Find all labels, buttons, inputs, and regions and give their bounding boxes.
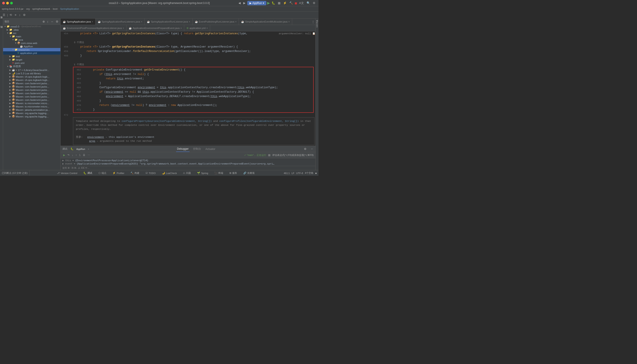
minimize-button[interactable] [6,2,9,4]
tree-item-package[interactable]: ▼ 📦 com.ossa.web [3,41,60,45]
tab-runlisteners[interactable]: ☕ SpringApplicationRunListeners.java × [96,18,145,25]
tree-item-java[interactable]: ▼ 📁 java [3,38,60,41]
statusbar-build[interactable]: 🔨 构建 [129,172,141,175]
statusbar-spring[interactable]: 🌱 Spring [196,172,210,174]
sidebar-btn1[interactable]: ⊕ [42,20,46,23]
stop-button[interactable]: ◼ [294,1,297,5]
breadcrumb-item-boot[interactable]: boot [53,8,58,10]
coverage-button[interactable]: ▦ [277,1,281,5]
toolbar-btn3[interactable]: ↕ [18,13,22,17]
tree-item-maven2[interactable]: ▶ 📦 Maven: ch.qos.logback:logb... [3,78,60,82]
close-button[interactable] [2,2,5,4]
tab5-close[interactable]: × [288,20,290,23]
toolbar-btn1[interactable]: ⟲ [9,13,13,17]
maximize-button[interactable] [10,2,13,4]
toolbar-btn4[interactable]: ⚙ [22,13,26,17]
debug-run-btn[interactable]: ▶ [62,153,66,157]
debug-eval-btn[interactable]: ☰ [82,153,86,157]
profile-button[interactable]: ⚡ [282,1,288,5]
breadcrumb-item-springframework[interactable]: springframework [32,8,50,10]
build-button[interactable]: 🔨 [288,1,294,5]
tab-eventpublishing[interactable]: ☕ EventPublishingRunListener.java × [193,18,239,25]
tree-item-maven10[interactable]: ▶ 📦 Maven: io.micrometer:micro... [3,105,60,108]
statusbar-luacheck[interactable]: 🌙 LuaCheck [160,172,178,174]
statusbar-terminal[interactable]: ⬛ 终端 [213,172,224,175]
tab8-close[interactable]: × [206,27,208,30]
maven-label[interactable]: Maven [316,18,318,29]
debug-step-out-btn[interactable]: ↑ [75,153,78,157]
tree-item-resources[interactable]: ▼ 📁 resources [3,48,60,51]
debug-more-btn[interactable]: ⋯ [87,153,91,157]
tree-item-extlibs[interactable]: ▼ 📚 外部库 [3,64,60,68]
debug-step-in-btn[interactable]: ↓ [71,153,74,157]
debug-row-this[interactable]: ▶ this = {EnvironmentPostProcessorApplic… [62,159,314,162]
debug-filter-btn[interactable]: ⊞ [267,153,272,157]
bookmarks-label[interactable]: 书签 [0,18,3,22]
statusbar-problems[interactable]: ⚠ 问题 [182,172,192,175]
tree-item-maven3[interactable]: ▶ 📦 Maven: com.fasterxml.jacks... [3,82,60,85]
tree-item-maven4[interactable]: ▶ 📦 Maven: com.fasterxml.jacks... [3,85,60,88]
tree-item-jdk[interactable]: ▶ ☕ < 17 > /Library/Java/JavaVir... [3,68,60,72]
tree-item-maven13[interactable]: ▶ 📦 Maven: org.apache.logging... [3,115,60,118]
settings-button[interactable]: ⚙ [312,1,316,5]
tree-item-maven5[interactable]: ▶ 📦 Maven: com.fasterxml.jacks... [3,88,60,92]
tab4-close[interactable]: × [235,20,236,23]
toolbar-btn2[interactable]: ≡ [14,13,17,17]
tab1-close[interactable]: × [92,20,93,23]
statusbar-endpoints[interactable]: ⬡ 端点 [97,172,108,175]
sidebar-btn3[interactable]: ↔ [50,20,54,23]
statusbar-debug[interactable]: 🐛 调试 [82,172,94,175]
run-button[interactable]: ▶ [267,1,270,5]
breadcrumb-item-org[interactable]: org [26,8,30,10]
statusbar-todo[interactable]: ☑ TODO [144,172,157,174]
tab2-close[interactable]: × [141,20,142,23]
debug-session-close[interactable]: × [88,148,89,150]
tab-envpostprocessor[interactable]: ☕ EnvironmentPostProcessorApplicationLis… [60,25,126,31]
tab3-close[interactable]: × [189,20,190,23]
tree-item-maven9[interactable]: ▶ 📦 Maven: io.micrometer:micro... [3,102,60,105]
tree-item-src[interactable]: ▼ 📁 src [3,32,60,35]
tree-item-target[interactable]: ▶ 📁 target [3,58,60,61]
tree-root[interactable]: ▼ 📁 ossa3.0 ~/java/java/seckill-rec [3,25,60,28]
back-button[interactable]: ◀ [238,1,242,5]
tree-item-idea[interactable]: ▶ 📁 .idea [3,28,60,32]
debug-run-to-cursor-btn[interactable]: ⤵ [78,153,82,157]
tree-item-pom[interactable]: ⚙ pom.xml [3,61,60,64]
forward-button[interactable]: ▶ [242,1,246,5]
tree-item-maven1[interactable]: ▶ 📦 Maven: ch.qos.logback:logb... [3,75,60,78]
structure-label[interactable]: 结构 [0,28,3,32]
tree-item-main[interactable]: ▼ 📁 main [3,35,60,38]
tab-appyml[interactable]: ⚙ application.yml × [184,25,210,31]
tree-item-appyml[interactable]: ⚙ application.yml [3,51,60,54]
breadcrumb-item-class[interactable]: SpringApplication [60,8,79,10]
tree-item-apprun[interactable]: ☕ AppRun [3,45,60,48]
tab-runlistener[interactable]: ☕ SpringApplicationRunListener.java × [145,18,192,25]
debug-step-over-btn[interactable]: ↷ [66,153,70,157]
tab-simplemulticaster[interactable]: ☕ SimpleApplicationEventMulticaster.java… [239,18,292,25]
tree-item-lua[interactable]: ▶ 🌙 Lua 5.3 Lua std library [3,72,60,75]
tree-item-maven12[interactable]: ▶ 📦 Maven: org.apache.logging... [3,112,60,115]
tab7-close[interactable]: × [180,27,182,30]
statusbar-version-control[interactable]: ⎇ Version Control [56,172,78,174]
tree-item-maven6[interactable]: ▶ 📦 Maven: com.fasterxml.jacks... [3,92,60,95]
tab6-close[interactable]: × [123,27,124,30]
statusbar-deps[interactable]: 🔗 依赖项 [242,172,256,175]
debug-row-event[interactable]: ▶ event = {ApplicationEnvironmentPrepare… [62,162,314,166]
toolbar-project-icon[interactable]: ☰ [2,13,6,17]
sidebar-btn4[interactable]: ⚙ [55,20,59,23]
breadcrumb-item-jar[interactable]: spring-boot-3.0.0.jar [2,8,24,10]
apprun-button[interactable]: ▶ AppRun ▾ [247,1,266,5]
debug-tab-console[interactable]: 控制台 [192,146,202,152]
debug-tab-actuator[interactable]: Actuator [204,146,216,152]
search-button[interactable]: 🔍 [306,1,311,5]
debug-button[interactable]: 🐛 [271,1,276,5]
tab-appenvprepared[interactable]: ☕ ApplicationEnvironmentPreparedEvent.ja… [126,25,184,31]
tabs-more-button[interactable]: ⋮ [311,18,316,25]
statusbar-profiler[interactable]: ⚡ Profiler [111,172,126,174]
debug-close-button[interactable]: − [310,147,314,151]
debug-tab-debugger[interactable]: Debugger [176,146,190,152]
statusbar-services[interactable]: ⊞ 服务 [228,172,238,175]
tree-item-maven11[interactable]: ▶ 📦 Maven: jakarta.annotation:ja... [3,108,60,112]
tree-item-maven7[interactable]: ▶ 📦 Maven: com.fasterxml.jacks... [3,95,60,98]
sidebar-btn2[interactable]: ↕ [46,20,49,23]
